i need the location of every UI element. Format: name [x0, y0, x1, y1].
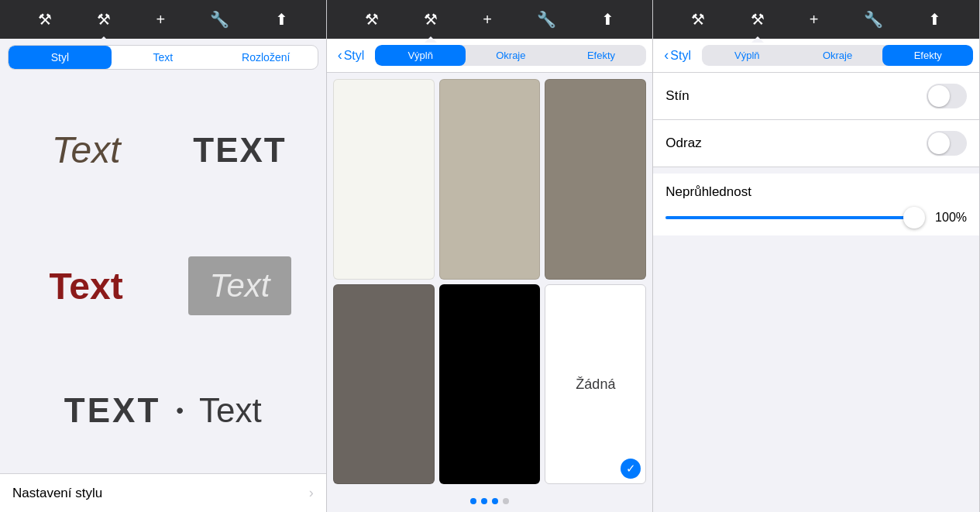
back-label: Styl: [344, 49, 365, 63]
share-icon-3[interactable]: ⬆: [922, 7, 947, 32]
style-bullet: •: [176, 398, 184, 423]
toolbar-arrow-2: [425, 36, 437, 43]
dot-2[interactable]: [481, 498, 487, 504]
tab-okraje[interactable]: Okraje: [466, 45, 556, 66]
dot-4[interactable]: [503, 498, 509, 504]
odraz-toggle-knob: [928, 132, 950, 154]
style-text-box: Text: [210, 267, 270, 304]
opacity-value: 100%: [931, 211, 967, 225]
nastaveni-label: Nastavení stylu: [12, 486, 102, 501]
hammer-icon-2[interactable]: ⚒: [359, 7, 385, 32]
panel-vypln: ⚒ ⚒ + 🔧 ⬆ ‹ Styl Výplň Okraje Efekty Žád…: [327, 0, 654, 512]
style-item-bold-caps[interactable]: TEXT: [169, 88, 310, 212]
panel-style: ⚒ ⚒ + 🔧 ⬆ Styl Text Rozložení Text TEXT …: [0, 0, 327, 512]
hammer-icon[interactable]: ⚒: [32, 7, 58, 32]
plus-icon-2[interactable]: +: [476, 8, 498, 32]
wrench-icon[interactable]: 🔧: [204, 7, 236, 32]
panel3-tabs: Výplň Okraje Efekty: [702, 45, 973, 66]
nastaveni-stylu-bar[interactable]: Nastavení stylu ›: [0, 473, 326, 512]
tab-vypln[interactable]: Výplň: [375, 45, 466, 66]
style-text-normal[interactable]: Text: [199, 391, 262, 430]
swatch-dark-taupe[interactable]: [333, 284, 435, 485]
opacity-slider-thumb[interactable]: [903, 207, 925, 229]
tab-rozlozeni[interactable]: Rozložení: [215, 46, 318, 69]
toolbar-2: ⚒ ⚒ + 🔧 ⬆: [327, 0, 653, 39]
opacity-slider-track: [665, 216, 923, 219]
tab-efekty-3[interactable]: Efekty: [882, 45, 973, 66]
tab-styl[interactable]: Styl: [9, 46, 112, 69]
color-swatch-grid: Žádná ✓: [327, 73, 653, 490]
tab-efekty[interactable]: Efekty: [556, 45, 647, 66]
chevron-right-icon: ›: [309, 485, 314, 501]
active-tool-icon[interactable]: ⚒: [91, 7, 117, 32]
zadna-label: Žádná: [545, 376, 645, 392]
style-item-red-bold[interactable]: Text: [15, 225, 156, 349]
back-label-3: Styl: [670, 49, 691, 63]
toolbar-3: ⚒ ⚒ + 🔧 ⬆: [653, 0, 979, 39]
toolbar-arrow-3: [751, 36, 764, 43]
style-text-italic: Text: [52, 129, 121, 171]
swatch-taupe[interactable]: [545, 79, 646, 280]
opacity-slider-row: 100%: [665, 211, 967, 225]
effect-row-stin: Stín: [653, 73, 979, 120]
panel-efekty: ⚒ ⚒ + 🔧 ⬆ ‹ Styl Výplň Okraje Efekty Stí…: [653, 0, 980, 512]
style-item-italic-serif[interactable]: Text: [15, 88, 156, 212]
back-chevron-icon-3: ‹: [664, 47, 669, 64]
dot-3[interactable]: [492, 498, 498, 504]
style-grid: Text TEXT Text Text TEXT • Text: [0, 76, 326, 473]
plus-icon-3[interactable]: +: [803, 8, 825, 32]
effect-row-odraz: Odraz: [653, 120, 979, 167]
selected-checkmark: ✓: [621, 459, 641, 479]
swatch-white[interactable]: [333, 79, 435, 280]
opacity-section: Neprůhlednost 100%: [653, 174, 979, 235]
back-to-styl[interactable]: ‹ Styl: [333, 44, 370, 67]
stin-toggle[interactable]: [927, 84, 967, 108]
toolbar-1: ⚒ ⚒ + 🔧 ⬆: [0, 0, 326, 39]
share-icon-2[interactable]: ⬆: [595, 7, 621, 32]
toolbar-arrow: [98, 36, 110, 43]
swatch-beige[interactable]: [439, 79, 541, 280]
plus-icon[interactable]: +: [150, 8, 171, 32]
share-icon[interactable]: ⬆: [269, 7, 294, 32]
tab-text[interactable]: Text: [112, 46, 215, 69]
tab-okraje-3[interactable]: Okraje: [793, 45, 883, 66]
back-chevron-icon: ‹: [338, 47, 342, 64]
stin-toggle-knob: [928, 85, 950, 107]
active-tool-icon-2[interactable]: ⚒: [418, 7, 444, 32]
page-dots: [327, 490, 653, 512]
wrench-icon-3[interactable]: 🔧: [858, 7, 889, 32]
odraz-toggle[interactable]: [927, 131, 967, 156]
style-item-box[interactable]: Text: [169, 225, 310, 349]
style-text-caps: TEXT: [193, 131, 286, 170]
stin-label: Stín: [665, 88, 689, 104]
swatch-none[interactable]: Žádná ✓: [545, 284, 646, 485]
style-text-red: Text: [50, 265, 123, 308]
style-box-bg: Text: [188, 256, 292, 315]
panel3-nav: ‹ Styl Výplň Okraje Efekty: [653, 39, 979, 73]
style-tabs: Styl Text Rozložení: [8, 45, 318, 70]
wrench-icon-2[interactable]: 🔧: [531, 7, 562, 32]
tab-vypln-3[interactable]: Výplň: [702, 45, 793, 66]
opacity-slider-fill: [665, 216, 923, 219]
odraz-label: Odraz: [665, 136, 701, 151]
swatch-black[interactable]: [439, 284, 541, 485]
panel2-nav: ‹ Styl Výplň Okraje Efekty: [327, 39, 653, 73]
effects-panel: Stín Odraz Neprůhlednost 100%: [653, 73, 979, 512]
hammer-icon-3[interactable]: ⚒: [685, 7, 711, 32]
dot-1[interactable]: [470, 498, 476, 504]
style-text-bold2[interactable]: TEXT: [64, 391, 160, 430]
style-bottom-row: TEXT • Text: [15, 360, 311, 461]
opacity-label: Neprůhlednost: [665, 184, 967, 200]
active-tool-icon-3[interactable]: ⚒: [744, 7, 771, 32]
back-to-styl-3[interactable]: ‹ Styl: [659, 44, 696, 67]
panel2-tabs: Výplň Okraje Efekty: [375, 45, 646, 66]
